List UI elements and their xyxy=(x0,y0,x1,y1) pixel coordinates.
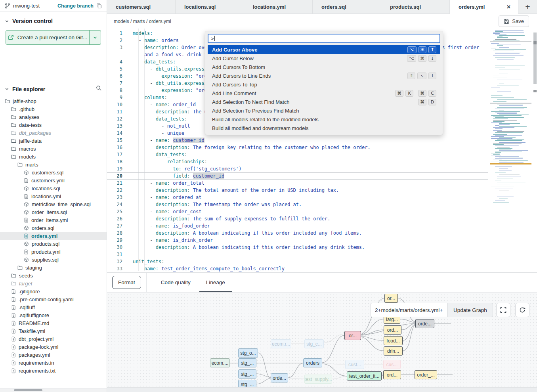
tab-lineage[interactable]: Lineage xyxy=(205,273,226,292)
code-line-21[interactable]: 21 - name: order_total xyxy=(107,180,488,187)
file-explorer-header[interactable]: File explorer xyxy=(0,83,107,95)
code-line-29[interactable]: 29 - name: is_drink_order xyxy=(107,237,488,244)
fullscreen-button[interactable] xyxy=(496,303,510,317)
palette-item-add-cursors-to-line-ends[interactable]: Add Cursors to Line Ends⇧⌥I xyxy=(208,71,440,80)
code-line-15[interactable]: 15 - name: customer_id xyxy=(107,137,488,144)
tree-item-jaffle-data[interactable]: jaffle-data xyxy=(0,137,107,145)
tree-item--gitignore[interactable]: .gitignore xyxy=(0,287,107,295)
tree-item-staging[interactable]: staging xyxy=(0,264,107,272)
tree-item-orders-sql[interactable]: orders.sql xyxy=(0,224,107,232)
version-control-header[interactable]: Version control xyxy=(0,15,107,27)
palette-item-add-selection-to-next-find-match[interactable]: Add Selection To Next Find Match⌘D xyxy=(208,98,440,106)
lineage-node-or-[interactable]: or... xyxy=(384,294,398,303)
scrollbar-thumb[interactable] xyxy=(533,33,537,84)
tree-item--pre-commit-config-yaml[interactable]: .pre-commit-config.yaml xyxy=(0,295,107,303)
close-icon[interactable]: ✕ xyxy=(505,3,512,11)
new-tab-button[interactable]: + xyxy=(520,2,535,11)
copy-icon[interactable] xyxy=(96,3,102,9)
tree-item-analyses[interactable]: analyses xyxy=(0,113,107,121)
tree-item-customers-sql[interactable]: customers.sql xyxy=(0,168,107,176)
palette-item-add-cursors-to-bottom[interactable]: Add Cursors To Bottom xyxy=(208,63,440,71)
tree-item--sqlfluff[interactable]: .sqlfluff xyxy=(0,303,107,311)
code-line-19[interactable]: 19 to: ref('stg_customers') xyxy=(107,165,488,172)
lineage-node-stg-[interactable]: stg_... xyxy=(238,358,256,367)
code-line-31[interactable]: 31 xyxy=(107,251,488,258)
tree-item-macros[interactable]: macros xyxy=(0,145,107,153)
lineage-node-or-[interactable]: or... xyxy=(344,331,361,340)
tree-item-orders-yml[interactable]: orders.yml xyxy=(0,232,107,240)
palette-item-add-cursor-below[interactable]: Add Cursor Below⌥⌘↓ xyxy=(208,54,440,63)
code-line-26[interactable]: 26 description: The sum of supply expens… xyxy=(107,215,488,222)
tree-item-data-tests[interactable]: data-tests xyxy=(0,121,107,129)
tree-item-metricflow-time-spine-sql[interactable]: metricflow_time_spine.sql xyxy=(0,200,107,208)
tree-item-order-items-yml[interactable]: order_items.yml xyxy=(0,216,107,224)
palette-item-add-cursor-above[interactable]: Add Cursor Above⌥⌘↑ xyxy=(208,45,440,54)
code-line-18[interactable]: 18 - relationships: xyxy=(107,158,488,165)
palette-item-build-all-modified-and-downstream-models[interactable]: Build all modified and downstream models xyxy=(208,124,440,132)
refresh-button[interactable] xyxy=(515,303,529,317)
lineage-selector-input[interactable]: 2+models/marts/orders.yml+ xyxy=(371,303,447,317)
tab-customers-sql[interactable]: customers.sql xyxy=(107,0,176,13)
tree-item-package-lock-yml[interactable]: package-lock.yml xyxy=(0,343,107,351)
tree-item-supplies-sql[interactable]: supplies.sql xyxy=(0,256,107,264)
lineage-node-cus-[interactable]: cus... xyxy=(383,360,401,369)
lineage-node-food-[interactable]: food... xyxy=(384,336,403,345)
tree-item-marts[interactable]: marts xyxy=(0,161,107,168)
lineage-node-stg-[interactable]: stg_... xyxy=(238,369,256,379)
code-line-28[interactable]: 28 description: A boolean indicating if … xyxy=(107,229,488,237)
command-palette-input[interactable]: > xyxy=(208,34,440,43)
lineage-node-ord-[interactable]: ord... xyxy=(383,370,401,379)
tree-item-packages-yml[interactable]: packages.yml xyxy=(0,351,107,359)
palette-item-add-line-comment[interactable]: Add Line Comment⌘K⌘C xyxy=(208,89,440,98)
tree-item--sqlfluffignore[interactable]: .sqlfluffignore xyxy=(0,311,107,319)
code-line-23[interactable]: 23 - name: ordered_at xyxy=(107,194,488,201)
lineage-node-orde-[interactable]: orde... xyxy=(271,373,288,382)
tab-orders-yml[interactable]: orders.yml✕ xyxy=(450,0,518,14)
palette-item-add-cursors-to-top[interactable]: Add Cursors To Top xyxy=(208,80,440,89)
lineage-node-orde-[interactable]: orde... xyxy=(415,319,434,328)
lineage-node-stg-o-[interactable]: stg_o... xyxy=(238,348,258,358)
tab-products-sql[interactable]: products.sql xyxy=(381,0,450,13)
code-line-25[interactable]: 25 - name: order_cost xyxy=(107,208,488,215)
tree-item-dbt-packages[interactable]: dbt_packages xyxy=(0,129,107,137)
lineage-node-orders[interactable]: orders xyxy=(303,358,322,367)
tree-item-readme-md[interactable]: README.md xyxy=(0,319,107,327)
change-branch-link[interactable]: Change branch xyxy=(57,3,94,9)
search-icon[interactable] xyxy=(96,85,102,93)
sidebar-horizontal-scrollbar[interactable] xyxy=(0,388,107,392)
lineage-node-order-[interactable]: order_... xyxy=(415,370,437,379)
tab-locations-yml[interactable]: locations.yml xyxy=(244,0,313,13)
tab-locations-sql[interactable]: locations.sql xyxy=(176,0,244,13)
tree-item-jaffle-shop[interactable]: jaffle-shop xyxy=(0,97,107,105)
code-line-16[interactable]: 16 description: The foreign key relating… xyxy=(107,144,488,151)
tree-item-requirements-in[interactable]: requirements.in xyxy=(0,359,107,367)
lineage-node-test-supply-[interactable]: test_supply... xyxy=(304,375,332,384)
code-line-33[interactable]: 33 - name: test_order_items_compute_to_b… xyxy=(107,265,488,272)
lineage-node-ord-[interactable]: ord... xyxy=(384,325,401,335)
editor-scrollbar[interactable] xyxy=(533,29,537,271)
lineage-node-ecom-[interactable]: ecom.... xyxy=(210,358,230,367)
tree-item--github[interactable]: .github xyxy=(0,105,107,113)
palette-item-add-selection-to-previous-find-match[interactable]: Add Selection To Previous Find Match xyxy=(208,106,440,115)
tree-item-models[interactable]: models xyxy=(0,153,107,161)
code-line-20[interactable]: 20 field: customer_id xyxy=(107,172,488,180)
lineage-node-ecom-r-[interactable]: ecom.r... xyxy=(271,339,291,348)
code-line-32[interactable]: 32unit_tests: xyxy=(107,258,488,265)
tree-item-order-items-sql[interactable]: order_items.sql xyxy=(0,208,107,216)
palette-item-build-all-models-related-to-the-modified-models[interactable]: Build all models related to the modified… xyxy=(208,115,440,124)
format-button[interactable]: Format xyxy=(112,276,141,289)
tree-item-customers-yml[interactable]: customers.yml xyxy=(0,176,107,184)
update-graph-button[interactable]: Update Graph xyxy=(447,303,493,317)
lineage-node-drin-[interactable]: drin... xyxy=(384,346,403,356)
lineage-node-stg-c-[interactable]: stg_c... xyxy=(304,339,324,348)
pr-dropdown-caret[interactable] xyxy=(89,31,101,44)
tree-item-requirements-txt[interactable]: requirements.txt xyxy=(0,367,107,375)
lineage-node-test-order-it-[interactable]: test_order_it... xyxy=(347,371,382,381)
save-button[interactable]: Save xyxy=(499,15,529,27)
code-line-17[interactable]: 17 data_tests: xyxy=(107,151,488,158)
code-line-22[interactable]: 22 description: The total amount of the … xyxy=(107,187,488,194)
tree-item-dbt-project-yml[interactable]: dbt_project.yml xyxy=(0,335,107,343)
tree-item-taskfile-yml[interactable]: Taskfile.yml xyxy=(0,327,107,335)
code-line-27[interactable]: 27 - name: is_food_order xyxy=(107,222,488,229)
tree-item-products-yml[interactable]: products.yml xyxy=(0,248,107,256)
